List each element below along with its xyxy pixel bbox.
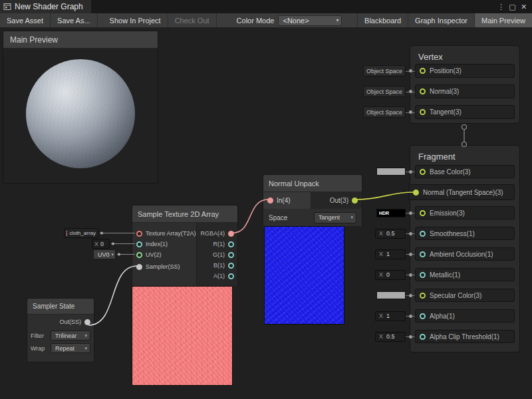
- connector-dot: [406, 247, 415, 261]
- sample-output-r: R(1): [213, 239, 235, 249]
- connector-dot: [406, 165, 415, 178]
- port-base-color[interactable]: [420, 169, 426, 175]
- port-g-out[interactable]: [228, 252, 234, 258]
- sample-node-title[interactable]: Sample Texture 2D Array: [132, 205, 237, 223]
- main-preview-viewport: [3, 49, 158, 184]
- port-texture-array-in[interactable]: [136, 231, 142, 237]
- tangent-slot-label: Tangent(3): [430, 108, 462, 116]
- smoothness-field[interactable]: X0.5: [375, 229, 406, 239]
- sample-output-a: A(1): [213, 271, 234, 281]
- port-r-out[interactable]: [228, 241, 234, 247]
- fragment-row-alpha: X1 Alpha(1): [363, 309, 515, 323]
- color-mode-dropdown[interactable]: <None> ▾: [278, 15, 342, 26]
- port-rgba-out[interactable]: [228, 231, 234, 237]
- normal-slot-label: Normal(3): [430, 88, 459, 95]
- filter-dropdown[interactable]: Trilinear ▾: [51, 331, 90, 340]
- fragment-slot-alpha-clip: Alpha Clip Threshold(1): [415, 330, 515, 343]
- alpha-clip-threshold-field[interactable]: X0.5: [375, 332, 406, 342]
- fragment-row-normal: Normal (Tangent Space)(3): [363, 184, 515, 200]
- wrap-dropdown[interactable]: Repeat ▾: [51, 343, 90, 353]
- connector-dot: [406, 64, 415, 78]
- port-sampler-in[interactable]: [136, 264, 142, 270]
- vertex-node-title: Vertex: [410, 46, 519, 62]
- fragment-slot-specular-color: Specular Color(3): [415, 289, 515, 302]
- sample-input-texture-array: Texture Array(T2A): [136, 229, 196, 238]
- position-port[interactable]: [420, 68, 426, 74]
- close-icon[interactable]: ✕: [518, 0, 529, 13]
- normal-space-dropdown[interactable]: Object Space: [363, 86, 406, 97]
- port-alpha[interactable]: [420, 313, 426, 319]
- position-space-dropdown[interactable]: Object Space: [363, 65, 406, 76]
- connector-dot: [406, 289, 415, 302]
- shader-graph-window: New Shader Graph ⋮ ▢ ✕ Save Asset Save A…: [0, 0, 532, 399]
- fragment-row-alpha-clip: X0.5 Alpha Clip Threshold(1): [363, 330, 515, 343]
- port-specular-color[interactable]: [420, 293, 426, 299]
- unpack-input-cell: In(4): [263, 192, 311, 209]
- fragment-slot-normal: Normal (Tangent Space)(3): [408, 184, 515, 200]
- main-preview-toggle-button[interactable]: Main Preview: [474, 13, 532, 27]
- sampler-wrap-row: Wrap Repeat ▾: [27, 343, 94, 353]
- specular-color-swatch[interactable]: [376, 291, 406, 299]
- port-metallic[interactable]: [420, 272, 426, 278]
- base-color-swatch[interactable]: [376, 168, 406, 176]
- index-field[interactable]: X0: [92, 239, 110, 249]
- tangent-space-dropdown[interactable]: Object Space: [363, 106, 406, 118]
- vertex-row-normal: Object Space Normal(3): [363, 84, 515, 98]
- sampler-filter-row: Filter Trilinear ▾: [27, 331, 94, 340]
- sample-texture-2d-array-node[interactable]: Sample Texture 2D Array Texture Array(T2…: [132, 205, 238, 286]
- main-preview-panel[interactable]: Main Preview: [3, 31, 158, 184]
- sample-output-rgba: RGBA(4): [200, 229, 234, 238]
- uv-channel-dropdown[interactable]: UV0 ▾: [93, 249, 116, 259]
- fragment-row-base-color: Base Color(3): [363, 165, 515, 178]
- port-b-out[interactable]: [228, 263, 234, 269]
- texture-array-object-field[interactable]: cloth_array: [64, 228, 98, 238]
- main-preview-panel-title[interactable]: Main Preview: [3, 31, 158, 49]
- ambient-occlusion-field[interactable]: X1: [375, 249, 406, 259]
- fragment-node-title: Fragment: [410, 146, 519, 162]
- space-dropdown[interactable]: Tangent ▾: [314, 212, 356, 223]
- fragment-slot-metallic: Metallic(1): [415, 268, 515, 281]
- emission-hdr-swatch[interactable]: HDR: [376, 209, 406, 217]
- port-out[interactable]: [352, 198, 358, 203]
- connector-dot: [406, 184, 415, 200]
- maximize-icon[interactable]: ▢: [507, 0, 518, 13]
- alpha-field[interactable]: X1: [375, 311, 406, 321]
- metallic-field[interactable]: X0: [375, 270, 406, 280]
- port-index-in[interactable]: [136, 241, 142, 247]
- port-a-out[interactable]: [228, 273, 234, 279]
- menu-icon[interactable]: ⋮: [495, 0, 507, 13]
- port-smoothness[interactable]: [420, 231, 426, 237]
- normal-unpack-node[interactable]: Normal Unpack In(4) Out(3) Space Tangent…: [263, 174, 362, 226]
- connector-dot: [406, 105, 415, 119]
- port-uv-in[interactable]: [136, 252, 142, 258]
- sample-output-g: G(1): [213, 250, 234, 259]
- vertex-slot-tangent: Tangent(3): [415, 105, 515, 119]
- blackboard-toggle-button[interactable]: Blackboard: [357, 13, 408, 27]
- preview-sphere: [26, 59, 135, 168]
- sample-texture-preview: [132, 286, 233, 386]
- port-in[interactable]: [267, 198, 273, 203]
- sampler-state-title[interactable]: Sampler State: [27, 299, 94, 315]
- chevron-down-icon: ▾: [350, 215, 353, 220]
- show-in-project-button[interactable]: Show In Project: [103, 13, 168, 27]
- port-ambient-occlusion[interactable]: [420, 251, 426, 257]
- sampler-state-node[interactable]: Sampler State Out(SS) Filter Trilinear ▾…: [27, 298, 94, 362]
- window-tab[interactable]: New Shader Graph: [0, 0, 91, 13]
- save-asset-button[interactable]: Save Asset: [0, 13, 51, 27]
- fragment-row-smoothness: X0.5 Smoothness(1): [363, 227, 515, 240]
- chevron-down-icon: ▾: [112, 252, 114, 257]
- normal-unpack-title[interactable]: Normal Unpack: [263, 175, 362, 192]
- graph-inspector-toggle-button[interactable]: Graph Inspector: [408, 13, 474, 27]
- filter-label: Filter: [31, 332, 44, 339]
- normal-port[interactable]: [420, 88, 426, 94]
- connector-dot: [406, 330, 415, 343]
- port-emission[interactable]: [420, 210, 426, 216]
- normal-map-preview: [264, 226, 344, 325]
- vertex-row-position: Object Space Position(3): [363, 64, 515, 78]
- connector-dot: [406, 268, 415, 281]
- check-out-button: Check Out: [168, 13, 217, 27]
- save-as-button[interactable]: Save As...: [51, 13, 98, 27]
- port-alpha-clip-threshold[interactable]: [420, 334, 426, 340]
- port-out-ss[interactable]: [84, 319, 90, 325]
- tangent-port[interactable]: [420, 109, 426, 115]
